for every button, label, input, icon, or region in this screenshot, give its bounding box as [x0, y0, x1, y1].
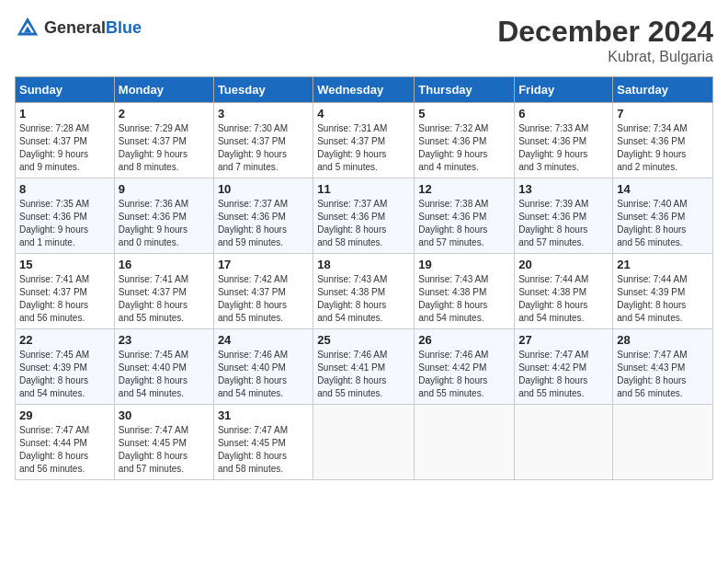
calendar-cell: 1Sunrise: 7:28 AM Sunset: 4:37 PM Daylig… — [16, 103, 115, 178]
day-number: 2 — [119, 107, 210, 121]
weekday-header: Monday — [114, 77, 213, 103]
cell-content: Sunrise: 7:46 AM Sunset: 4:42 PM Dayligh… — [418, 349, 510, 400]
calendar-cell: 8Sunrise: 7:35 AM Sunset: 4:36 PM Daylig… — [16, 178, 115, 254]
weekday-header: Wednesday — [313, 77, 415, 103]
calendar-cell: 9Sunrise: 7:36 AM Sunset: 4:36 PM Daylig… — [114, 178, 213, 254]
calendar-cell: 29Sunrise: 7:47 AM Sunset: 4:44 PM Dayli… — [16, 405, 115, 480]
calendar-cell — [415, 405, 515, 480]
calendar-cell: 25Sunrise: 7:46 AM Sunset: 4:41 PM Dayli… — [313, 329, 415, 405]
calendar-week-row: 1Sunrise: 7:28 AM Sunset: 4:37 PM Daylig… — [16, 103, 713, 178]
cell-content: Sunrise: 7:46 AM Sunset: 4:41 PM Dayligh… — [317, 349, 410, 400]
day-number: 17 — [218, 258, 309, 271]
day-number: 30 — [119, 408, 210, 422]
cell-content: Sunrise: 7:36 AM Sunset: 4:36 PM Dayligh… — [119, 198, 210, 249]
calendar-cell: 2Sunrise: 7:29 AM Sunset: 4:37 PM Daylig… — [114, 103, 213, 178]
day-number: 13 — [518, 182, 609, 196]
day-number: 28 — [617, 333, 709, 347]
weekday-header: Tuesday — [213, 77, 313, 103]
weekday-header: Saturday — [613, 77, 713, 103]
logo-general: General — [44, 18, 106, 38]
calendar-cell: 10Sunrise: 7:37 AM Sunset: 4:36 PM Dayli… — [213, 178, 313, 254]
page-title: December 2024 — [497, 15, 713, 49]
calendar-week-row: 15Sunrise: 7:41 AM Sunset: 4:37 PM Dayli… — [16, 254, 713, 329]
calendar-cell: 20Sunrise: 7:44 AM Sunset: 4:38 PM Dayli… — [515, 254, 613, 329]
day-number: 7 — [617, 107, 709, 121]
logo-icon — [15, 15, 40, 40]
cell-content: Sunrise: 7:28 AM Sunset: 4:37 PM Dayligh… — [19, 122, 110, 174]
calendar-cell: 26Sunrise: 7:46 AM Sunset: 4:42 PM Dayli… — [415, 329, 515, 405]
day-number: 31 — [218, 408, 309, 422]
cell-content: Sunrise: 7:45 AM Sunset: 4:39 PM Dayligh… — [19, 349, 110, 400]
calendar-cell: 13Sunrise: 7:39 AM Sunset: 4:36 PM Dayli… — [515, 178, 613, 254]
day-number: 3 — [218, 107, 309, 121]
cell-content: Sunrise: 7:33 AM Sunset: 4:36 PM Dayligh… — [518, 122, 609, 174]
cell-content: Sunrise: 7:32 AM Sunset: 4:36 PM Dayligh… — [418, 122, 510, 174]
calendar-cell: 24Sunrise: 7:46 AM Sunset: 4:40 PM Dayli… — [213, 329, 313, 405]
calendar-cell — [313, 405, 415, 480]
day-number: 4 — [317, 107, 410, 121]
calendar-cell: 12Sunrise: 7:38 AM Sunset: 4:36 PM Dayli… — [415, 178, 515, 254]
calendar-cell: 5Sunrise: 7:32 AM Sunset: 4:36 PM Daylig… — [415, 103, 515, 178]
day-number: 12 — [418, 182, 510, 196]
day-number: 1 — [19, 107, 110, 121]
calendar-cell: 27Sunrise: 7:47 AM Sunset: 4:42 PM Dayli… — [515, 329, 613, 405]
cell-content: Sunrise: 7:29 AM Sunset: 4:37 PM Dayligh… — [119, 122, 210, 174]
weekday-header: Sunday — [16, 77, 115, 103]
logo-blue: Blue — [106, 18, 142, 38]
cell-content: Sunrise: 7:47 AM Sunset: 4:45 PM Dayligh… — [119, 424, 210, 476]
day-number: 24 — [218, 333, 309, 347]
cell-content: Sunrise: 7:34 AM Sunset: 4:36 PM Dayligh… — [617, 122, 709, 174]
cell-content: Sunrise: 7:44 AM Sunset: 4:38 PM Dayligh… — [518, 273, 609, 325]
cell-content: Sunrise: 7:38 AM Sunset: 4:36 PM Dayligh… — [418, 198, 510, 249]
cell-content: Sunrise: 7:37 AM Sunset: 4:36 PM Dayligh… — [218, 198, 309, 249]
weekday-header: Thursday — [415, 77, 515, 103]
day-number: 20 — [518, 258, 609, 271]
calendar-cell: 14Sunrise: 7:40 AM Sunset: 4:36 PM Dayli… — [613, 178, 713, 254]
cell-content: Sunrise: 7:45 AM Sunset: 4:40 PM Dayligh… — [119, 349, 210, 400]
cell-content: Sunrise: 7:41 AM Sunset: 4:37 PM Dayligh… — [19, 273, 110, 325]
cell-content: Sunrise: 7:47 AM Sunset: 4:42 PM Dayligh… — [518, 349, 609, 400]
calendar-table: SundayMondayTuesdayWednesdayThursdayFrid… — [15, 76, 713, 480]
calendar-cell: 6Sunrise: 7:33 AM Sunset: 4:36 PM Daylig… — [515, 103, 613, 178]
day-number: 8 — [19, 182, 110, 196]
calendar-cell: 11Sunrise: 7:37 AM Sunset: 4:36 PM Dayli… — [313, 178, 415, 254]
day-number: 11 — [317, 182, 410, 196]
cell-content: Sunrise: 7:40 AM Sunset: 4:36 PM Dayligh… — [617, 198, 709, 249]
day-number: 15 — [19, 258, 110, 271]
cell-content: Sunrise: 7:30 AM Sunset: 4:37 PM Dayligh… — [218, 122, 309, 174]
cell-content: Sunrise: 7:47 AM Sunset: 4:45 PM Dayligh… — [218, 424, 309, 476]
calendar-week-row: 8Sunrise: 7:35 AM Sunset: 4:36 PM Daylig… — [16, 178, 713, 254]
day-number: 6 — [518, 107, 609, 121]
cell-content: Sunrise: 7:42 AM Sunset: 4:37 PM Dayligh… — [218, 273, 309, 325]
day-number: 26 — [418, 333, 510, 347]
cell-content: Sunrise: 7:47 AM Sunset: 4:43 PM Dayligh… — [617, 349, 709, 400]
day-number: 19 — [418, 258, 510, 271]
calendar-cell: 23Sunrise: 7:45 AM Sunset: 4:40 PM Dayli… — [114, 329, 213, 405]
day-number: 5 — [418, 107, 510, 121]
calendar-cell: 17Sunrise: 7:42 AM Sunset: 4:37 PM Dayli… — [213, 254, 313, 329]
day-number: 18 — [317, 258, 410, 271]
cell-content: Sunrise: 7:43 AM Sunset: 4:38 PM Dayligh… — [317, 273, 410, 325]
page-header: General Blue December 2024 Kubrat, Bulga… — [15, 15, 713, 65]
calendar-cell: 18Sunrise: 7:43 AM Sunset: 4:38 PM Dayli… — [313, 254, 415, 329]
calendar-cell: 4Sunrise: 7:31 AM Sunset: 4:37 PM Daylig… — [313, 103, 415, 178]
calendar-header-row: SundayMondayTuesdayWednesdayThursdayFrid… — [16, 77, 713, 103]
day-number: 14 — [617, 182, 709, 196]
calendar-cell: 30Sunrise: 7:47 AM Sunset: 4:45 PM Dayli… — [114, 405, 213, 480]
day-number: 29 — [19, 408, 110, 422]
day-number: 23 — [119, 333, 210, 347]
day-number: 27 — [518, 333, 609, 347]
cell-content: Sunrise: 7:41 AM Sunset: 4:37 PM Dayligh… — [119, 273, 210, 325]
calendar-cell: 7Sunrise: 7:34 AM Sunset: 4:36 PM Daylig… — [613, 103, 713, 178]
cell-content: Sunrise: 7:46 AM Sunset: 4:40 PM Dayligh… — [218, 349, 309, 400]
day-number: 25 — [317, 333, 410, 347]
logo: General Blue — [15, 15, 142, 40]
cell-content: Sunrise: 7:37 AM Sunset: 4:36 PM Dayligh… — [317, 198, 410, 249]
calendar-cell: 28Sunrise: 7:47 AM Sunset: 4:43 PM Dayli… — [613, 329, 713, 405]
cell-content: Sunrise: 7:39 AM Sunset: 4:36 PM Dayligh… — [518, 198, 609, 249]
calendar-cell: 3Sunrise: 7:30 AM Sunset: 4:37 PM Daylig… — [213, 103, 313, 178]
weekday-header: Friday — [515, 77, 613, 103]
day-number: 16 — [119, 258, 210, 271]
day-number: 10 — [218, 182, 309, 196]
calendar-cell: 15Sunrise: 7:41 AM Sunset: 4:37 PM Dayli… — [16, 254, 115, 329]
